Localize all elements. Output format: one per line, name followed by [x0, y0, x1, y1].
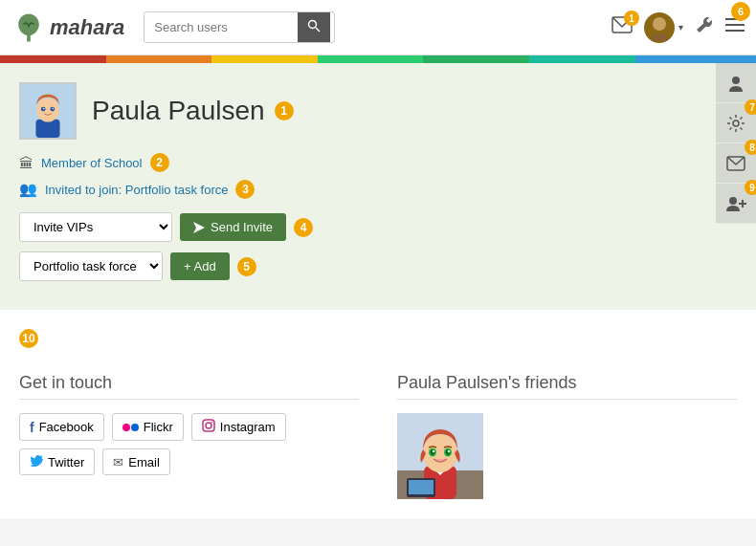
search-icon	[307, 19, 321, 33]
mahara-logo-icon	[11, 11, 46, 45]
invitation-row: 👥 Invited to join: Portfolio task force …	[19, 180, 737, 199]
svg-point-17	[733, 120, 739, 126]
svg-point-10	[36, 98, 58, 121]
svg-point-35	[448, 450, 450, 452]
search-input[interactable]	[145, 14, 298, 40]
svg-point-29	[423, 434, 457, 472]
avatar-img	[644, 12, 675, 43]
facebook-button[interactable]: f Facebook	[19, 413, 104, 441]
badge-8: 8	[745, 140, 756, 155]
profile-header: Paula Paulsen 1	[19, 82, 737, 140]
instagram-icon	[202, 419, 215, 435]
email-label: Email	[128, 455, 160, 470]
svg-point-14	[53, 108, 55, 110]
friend-avatar[interactable]	[397, 413, 483, 499]
header: mahara 1 ▾	[0, 0, 756, 55]
badge-5: 5	[237, 257, 256, 276]
svg-marker-15	[193, 222, 205, 233]
logo[interactable]: mahara	[11, 11, 124, 45]
svg-point-34	[433, 450, 434, 452]
friends-section: Paula Paulsen's friends	[397, 373, 737, 499]
send-icon	[193, 222, 205, 233]
email-icon: ✉	[113, 455, 123, 470]
badge-9: 9	[745, 180, 756, 195]
membership-row: 🏛 Member of School 2	[19, 153, 737, 172]
svg-point-0	[309, 21, 317, 29]
search-button[interactable]	[298, 12, 330, 42]
svg-line-1	[316, 28, 320, 32]
settings-icon-button[interactable]: 7	[716, 103, 756, 143]
invite-select[interactable]: Invite VIPs	[19, 212, 172, 242]
instagram-label: Instagram	[220, 420, 276, 434]
add-button[interactable]: + Add	[170, 252, 230, 280]
svg-point-13	[43, 108, 45, 110]
message-icon-button[interactable]: 8	[716, 143, 756, 184]
group-row: Portfolio task force + Add 5	[19, 251, 737, 281]
header-right: 1 ▾	[611, 12, 745, 43]
mail-icon-header[interactable]: 1	[611, 16, 633, 38]
side-icons: 7 8 9	[716, 63, 756, 224]
facebook-label: Facebook	[39, 420, 94, 434]
social-buttons-row2: Twitter ✉ Email	[19, 448, 359, 475]
color-bar	[0, 55, 756, 63]
get-in-touch-section: Get in touch f Facebook Flickr	[19, 373, 359, 499]
building-icon: 🏛	[19, 155, 33, 171]
flickr-label: Flickr	[144, 420, 173, 434]
flickr-icon	[122, 424, 139, 431]
svg-point-16	[732, 76, 740, 84]
badge-7: 7	[745, 99, 756, 115]
svg-rect-37	[409, 480, 434, 494]
svg-point-23	[206, 423, 211, 428]
badge-1: 1	[275, 101, 294, 120]
svg-point-24	[211, 422, 213, 424]
get-in-touch-title: Get in touch	[19, 373, 359, 400]
invitation-link[interactable]: Invited to join: Portfolio task force	[45, 183, 228, 197]
user-avatar-header[interactable]: ▾	[644, 12, 683, 43]
social-buttons-row1: f Facebook Flickr	[19, 413, 359, 441]
invite-row: Invite VIPs Send Invite 4	[19, 212, 737, 242]
badge-6: 6	[731, 2, 750, 21]
group-icon: 👥	[19, 181, 37, 198]
badge-10: 10	[19, 329, 38, 348]
content-area: 10 Get in touch f Facebook Flickr	[0, 310, 756, 518]
svg-point-3	[653, 17, 666, 31]
search-bar	[144, 11, 335, 43]
send-invite-button[interactable]: Send Invite	[180, 213, 286, 241]
email-button[interactable]: ✉ Email	[102, 448, 170, 475]
group-select[interactable]: Portfolio task force	[19, 251, 163, 281]
badge-4: 4	[294, 218, 313, 237]
dropdown-arrow: ▾	[678, 22, 683, 33]
profile-section: Paula Paulsen 1 🏛 Member of School 2 👥 I…	[0, 63, 756, 310]
badge-2: 2	[150, 153, 169, 172]
svg-point-19	[729, 197, 737, 205]
wrench-icon[interactable]	[695, 15, 714, 39]
svg-point-32	[431, 449, 435, 455]
logo-text: mahara	[50, 15, 124, 40]
twitter-label: Twitter	[48, 455, 84, 470]
twitter-icon	[30, 454, 43, 470]
profile-icon-button[interactable]	[716, 63, 756, 103]
membership-link[interactable]: Member of School	[41, 156, 143, 170]
facebook-icon: f	[30, 420, 34, 435]
two-column-layout: Get in touch f Facebook Flickr	[19, 373, 737, 499]
mail-badge: 1	[624, 11, 639, 26]
add-friend-icon-button[interactable]: 9	[716, 184, 756, 224]
profile-avatar	[19, 82, 77, 140]
svg-point-33	[446, 449, 451, 455]
instagram-button[interactable]: Instagram	[191, 413, 286, 441]
friends-title: Paula Paulsen's friends	[397, 373, 737, 400]
twitter-button[interactable]: Twitter	[19, 448, 95, 475]
badge-3: 3	[235, 180, 255, 199]
svg-rect-22	[203, 420, 214, 431]
svg-point-4	[651, 33, 668, 41]
flickr-button[interactable]: Flickr	[112, 413, 184, 441]
profile-name: Paula Paulsen 1	[92, 96, 294, 126]
